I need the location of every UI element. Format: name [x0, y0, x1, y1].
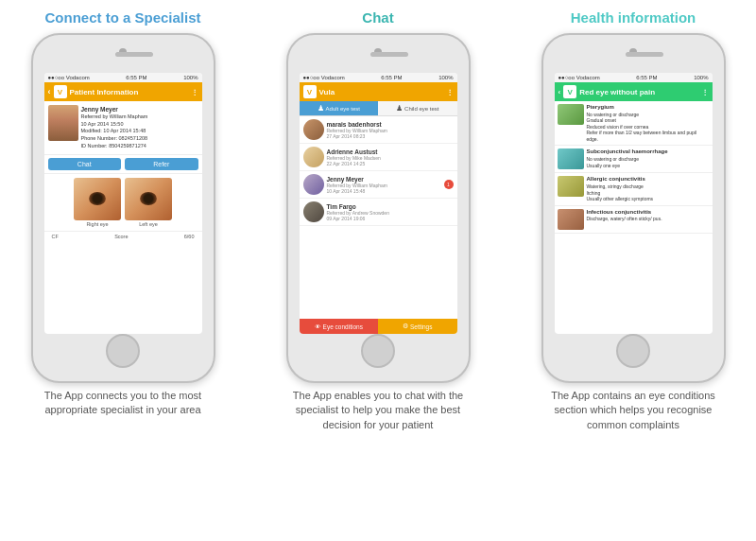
condition-item-1[interactable]: Subconjunctival haemorrhage No watering …	[555, 146, 713, 173]
p1-cf: CF	[52, 234, 59, 239]
p2-settings-label: Settings	[410, 323, 433, 330]
p2-footer: 👁 Eye conditions ⚙ Settings	[300, 319, 457, 334]
condition-item-0[interactable]: Pterygium No watering or discharge Gradu…	[555, 101, 713, 146]
p1-header-title: Patient Information	[70, 88, 139, 96]
chat-info-2: Jenny Meyer Referred by William Mapham 1…	[327, 176, 441, 194]
phone-2: ●●○oo Vodacom 6:55 PM 100% V Vula ⋮ ♟ Ad…	[286, 33, 471, 383]
condition-desc-2: Watering, stringy discharge Itching Usua…	[587, 183, 654, 202]
phone-speaker-2	[370, 52, 408, 57]
p1-refer-btn[interactable]: Refer	[125, 158, 198, 170]
p2-menu-icon[interactable]: ⋮	[446, 88, 454, 96]
condition-desc-3: Discharge, watery/ often sticky/ pus.	[587, 216, 662, 222]
chat-item-2[interactable]: Jenny Meyer Referred by William Mapham 1…	[300, 171, 457, 199]
chat-item-0[interactable]: marais badenhorst Referred by William Ma…	[300, 116, 457, 144]
child-icon: ♟	[396, 104, 403, 113]
condition-name-2: Allergic conjunctivitis	[587, 176, 654, 183]
p1-score-label: Score	[114, 234, 128, 239]
battery-2: 100%	[438, 75, 453, 80]
p1-chat-btn[interactable]: Chat	[48, 158, 122, 170]
p2-tab-adult-label: Adult eye test	[326, 106, 360, 112]
chat-list: marais badenhorst Referred by William Ma…	[300, 116, 457, 319]
condition-name-0: Pterygium	[587, 104, 710, 112]
chat-avatar-1	[303, 147, 324, 167]
condition-text-0: Pterygium No watering or discharge Gradu…	[587, 104, 710, 142]
p3-header: ‹ V Red eye without pain ⋮	[555, 82, 713, 101]
phone-section-3: Health information ●●○oo Vodacom 6:55 PM…	[520, 9, 747, 432]
chat-date-2: 10 Apr 2014 15:48	[327, 188, 441, 194]
p1-header: ‹ V Patient Information ⋮	[44, 82, 202, 101]
chat-date-0: 27 Apr 2014 08:23	[327, 133, 454, 139]
status-bar-2: ●●○oo Vodacom 6:55 PM 100%	[300, 73, 457, 82]
condition-item-3[interactable]: Infectious conjunctivitis Discharge, wat…	[555, 206, 713, 234]
settings-icon: ⚙	[403, 323, 408, 330]
condition-desc-1: No watering or discharge Usually one eye	[587, 156, 668, 168]
chat-item-3[interactable]: Tim Fargo Referred by Andrew Snowden 09 …	[300, 199, 457, 226]
p1-phone: Phone Number: 0824571208	[81, 135, 148, 143]
chat-badge-2: 1	[444, 180, 454, 189]
status-bar-1: ●●○oo Vodacom 6:55 PM 100%	[44, 73, 202, 82]
battery-1: 100%	[183, 75, 198, 80]
back-arrow-3[interactable]: ‹	[558, 88, 561, 96]
p1-score-val: 6/60	[184, 234, 195, 239]
time-2: 6:55 PM	[381, 75, 402, 80]
p2-tab-adult[interactable]: ♟ Adult eye test	[300, 101, 379, 115]
p1-logo: V	[54, 85, 67, 98]
eye-img-right	[74, 178, 121, 220]
condition-name-3: Infectious conjunctivitis	[587, 209, 662, 217]
chat-date-1: 22 Apr 2014 14:25	[327, 161, 454, 166]
chat-avatar-3	[303, 201, 324, 222]
p2-header-left: V Vula	[303, 85, 335, 98]
condition-text-1: Subconjunctival haemorrhage No watering …	[587, 148, 668, 168]
p1-menu-icon[interactable]: ⋮	[191, 88, 198, 96]
condition-text-3: Infectious conjunctivitis Discharge, wat…	[587, 209, 662, 222]
caption-2: The App enables you to chat with the spe…	[284, 389, 472, 432]
battery-3: 100%	[694, 75, 708, 80]
phone-speaker-1	[115, 52, 153, 57]
p1-score: CF Score 6/60	[44, 231, 202, 241]
time-3: 6:55 PM	[636, 75, 657, 80]
caption-3: The App contains an eye conditions secti…	[539, 389, 728, 432]
p1-buttons: Chat Refer	[44, 155, 202, 174]
p1-id: ID Number: 8504259871274	[81, 143, 148, 150]
condition-list: Pterygium No watering or discharge Gradu…	[555, 101, 713, 334]
chat-info-0: marais badenhorst Referred by William Ma…	[327, 121, 454, 139]
phone-section-2: Chat ●●○oo Vodacom 6:55 PM 100% V Vula ⋮	[265, 9, 491, 432]
phone-speaker-3	[626, 52, 663, 57]
p2-logo: V	[303, 85, 317, 98]
chat-name-2: Jenny Meyer	[327, 176, 441, 183]
p1-info-section: Jenny Meyer Referred by William Mapham 1…	[44, 101, 202, 155]
screen-3: ●●○oo Vodacom 6:55 PM 100% ‹ V Red eye w…	[555, 73, 713, 334]
section-title-2: Chat	[362, 9, 393, 26]
chat-item-1[interactable]: Adrienne Austust Referred by Mike Madsen…	[300, 144, 457, 171]
p1-modified: Modified: 10 Apr 2014 15:48	[81, 128, 148, 135]
back-arrow-1[interactable]: ‹	[48, 87, 51, 96]
chat-info-3: Tim Fargo Referred by Andrew Snowden 09 …	[327, 203, 454, 221]
p3-menu-icon[interactable]: ⋮	[701, 88, 709, 96]
p2-tab-child-label: Child eye test	[404, 106, 438, 112]
condition-img-0	[558, 104, 584, 125]
adult-icon: ♟	[318, 104, 324, 113]
condition-text-2: Allergic conjunctivitis Watering, string…	[587, 176, 654, 201]
p2-eye-cond-btn[interactable]: 👁 Eye conditions	[300, 319, 379, 334]
p3-logo: V	[563, 85, 576, 98]
phones-row: Connect to a Specialist ●●○oo Vodacom 6:…	[9, 9, 747, 432]
eye-box-right: Right eye	[74, 178, 121, 227]
left-eye-label: Left eye	[139, 221, 158, 227]
screen-1: ●●○oo Vodacom 6:55 PM 100% ‹ V Patient I…	[44, 73, 202, 334]
condition-item-2[interactable]: Allergic conjunctivitis Watering, string…	[555, 173, 713, 205]
p2-settings-btn[interactable]: ⚙ Settings	[378, 319, 457, 334]
chat-avatar-2	[303, 174, 324, 195]
eye-cond-icon: 👁	[315, 323, 321, 330]
condition-img-2	[558, 176, 584, 197]
p1-referred-by: Referred by William Mapham	[81, 113, 148, 121]
p2-header-title: Vula	[319, 88, 335, 96]
p3-header-title: Red eye without pain	[579, 88, 655, 96]
carrier-3: ●●○oo Vodacom	[558, 75, 600, 80]
section-title-1: Connect to a Specialist	[44, 9, 200, 26]
caption-1: The App connects you to the most appropr…	[28, 389, 217, 418]
p2-tab-child[interactable]: ♟ Child eye test	[378, 101, 457, 115]
right-eye-label: Right eye	[86, 221, 108, 227]
chat-info-1: Adrienne Austust Referred by Mike Madsen…	[327, 148, 454, 166]
p1-patient-name: Jenny Meyer	[81, 105, 148, 113]
p2-eye-cond-label: Eye conditions	[323, 323, 363, 330]
